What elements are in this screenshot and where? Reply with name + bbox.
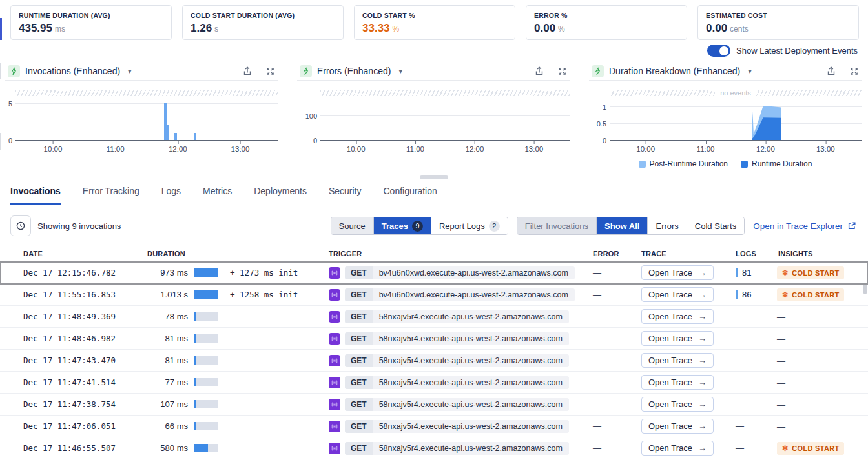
tab-configuration[interactable]: Configuration [383, 186, 437, 205]
invocation-date: Dec 17 11:47:41.514 [23, 377, 121, 387]
invocation-row[interactable]: Dec 17 12:15:46.782973 ms+ 1273 ms initG… [0, 262, 868, 284]
tab-security[interactable]: Security [329, 186, 362, 205]
toolbar-right-controls: SourceTraces9Report Logs2 Filter Invocat… [331, 217, 856, 235]
open-trace-button[interactable]: Open Trace→ [641, 441, 714, 456]
invocation-bar-11:56 [174, 133, 177, 140]
tab-invocations[interactable]: Invocations [10, 186, 61, 205]
chevron-down-icon[interactable]: ▾ [748, 67, 752, 75]
open-trace-button[interactable]: Open Trace→ [641, 397, 714, 412]
expand-icon [265, 66, 275, 76]
logs-count: 86 [742, 290, 751, 299]
x-axis-label-12-00: 12:00 [169, 145, 187, 153]
tab-metrics[interactable]: Metrics [203, 186, 232, 205]
trigger-endpoint-chip: GET58nxajv5r4.execute-api.us-west-2.amaz… [345, 310, 569, 323]
trigger-cell: GET58nxajv5r4.execute-api.us-west-2.amaz… [307, 354, 588, 367]
trace-cell: Open Trace→ [637, 265, 730, 280]
gridline-y-100 [320, 115, 570, 116]
duration-bar-fill [194, 356, 196, 365]
trigger-cell: GET58nxajv5r4.execute-api.us-west-2.amaz… [307, 442, 588, 455]
invocation-row[interactable]: Dec 17 11:47:38.754107 msGET58nxajv5r4.e… [0, 394, 868, 416]
chart-title-errors-enhanced[interactable]: Errors (Enhanced) [317, 66, 391, 76]
insights-cell: — [777, 399, 868, 410]
invocation-row[interactable]: Dec 17 11:47:41.51477 msGET58nxajv5r4.ex… [0, 372, 868, 394]
section-tabs: InvocationsError TrackingLogsMetricsDepl… [0, 186, 868, 205]
open-trace-button[interactable]: Open Trace→ [641, 309, 714, 324]
chart-plot-errors-enhanced[interactable]: 1000 [320, 86, 570, 141]
open-trace-button[interactable]: Open Trace→ [641, 419, 714, 434]
filter-toggle-label: Filter Invocations [525, 221, 588, 231]
source-toggle-traces[interactable]: Traces9 [373, 217, 431, 234]
chart-plot-invocations-enhanced[interactable]: 50 [16, 86, 278, 141]
chart-title-invocations-enhanced[interactable]: Invocations (Enhanced) [25, 66, 120, 76]
api-gateway-icon [329, 311, 340, 323]
chart-title-duration-breakdown-enhanced[interactable]: Duration Breakdown (Enhanced) [609, 66, 740, 76]
invocation-date: Dec 17 11:47:43.470 [23, 356, 121, 365]
invocation-count-status: Showing 9 invocations [10, 215, 121, 236]
y-axis-label-100: 100 [305, 112, 317, 120]
api-gateway-glyph [330, 268, 339, 277]
duration-bar-cell [188, 378, 219, 386]
logs-empty: — [736, 399, 744, 409]
deployment-events-band [320, 90, 570, 96]
open-trace-label: Open Trace [648, 377, 692, 387]
invocation-row[interactable]: Dec 17 11:47:43.47081 msGET58nxajv5r4.ex… [0, 350, 868, 372]
filter-toggle-cold-starts[interactable]: Cold Starts [687, 217, 744, 234]
filter-toggle-show-all[interactable]: Show All [596, 217, 647, 234]
chart-plot-duration-breakdown-enhanced[interactable]: no events10.50 [610, 86, 862, 141]
export-chart-icon[interactable] [534, 66, 544, 76]
invocation-bar-12:15 [194, 133, 196, 140]
open-trace-button[interactable]: Open Trace→ [641, 287, 714, 302]
snowflake-icon: ❄ [782, 268, 789, 277]
api-gateway-icon [329, 377, 340, 388]
source-toggle-report-logs[interactable]: Report Logs2 [431, 217, 508, 234]
panel-resize-handle[interactable] [420, 175, 448, 179]
column-header-logs: LOGS [730, 250, 777, 257]
table-body: Dec 17 12:15:46.782973 ms+ 1273 ms initG… [0, 262, 868, 459]
source-toggle-count-badge: 2 [489, 221, 500, 232]
api-gateway-icon [329, 333, 340, 345]
invocation-row[interactable]: Dec 17 11:48:49.36978 msGET58nxajv5r4.ex… [0, 306, 868, 328]
invocation-row[interactable]: Dec 17 11:46:55.507580 msGET58nxajv5r4.e… [0, 437, 868, 459]
expand-chart-icon[interactable] [849, 66, 859, 76]
external-link-icon [847, 221, 856, 230]
deployment-events-toggle[interactable] [707, 45, 730, 57]
open-trace-button[interactable]: Open Trace→ [641, 353, 714, 368]
tab-error-tracking[interactable]: Error Tracking [83, 186, 140, 205]
open-trace-button[interactable]: Open Trace→ [641, 265, 714, 280]
open-trace-button[interactable]: Open Trace→ [641, 331, 714, 346]
x-axis-label-13-00: 13:00 [816, 145, 835, 153]
duration-bar-cell [188, 400, 219, 408]
insights-cell: ❄COLD START [777, 266, 868, 279]
time-range-button[interactable] [10, 215, 31, 236]
lightning-bolt-icon [10, 67, 18, 75]
y-axis-label-1: 1 [603, 103, 606, 111]
duration-bar-cell [188, 290, 219, 299]
x-axis-label-11-00: 11:00 [697, 145, 715, 153]
invocation-row[interactable]: Dec 17 11:47:06.05166 msGET58nxajv5r4.ex… [0, 416, 868, 437]
trace-cell: Open Trace→ [637, 397, 730, 412]
invocation-date: Dec 17 11:48:49.369 [23, 312, 121, 321]
expand-chart-icon[interactable] [557, 66, 567, 76]
trigger-endpoint-chip: GET58nxajv5r4.execute-api.us-west-2.amaz… [345, 376, 569, 389]
metric-card-cold-start-duration-avg: COLD START DURATION (AVG)1.26s [182, 5, 344, 40]
error-cell: — [588, 421, 637, 431]
open-in-trace-explorer-link[interactable]: Open in Trace Explorer [753, 221, 856, 231]
trigger-endpoint-chip: GETbv4u6n0xwd.execute-api.us-west-2.amaz… [345, 288, 575, 301]
insights-cell: — [777, 421, 868, 432]
export-chart-icon[interactable] [242, 66, 253, 76]
export-chart-icon[interactable] [826, 66, 836, 76]
tab-logs[interactable]: Logs [161, 186, 181, 205]
invocation-row[interactable]: Dec 17 11:48:46.98281 msGET58nxajv5r4.ex… [0, 328, 868, 350]
expand-chart-icon[interactable] [265, 66, 275, 76]
y-axis-label-0: 0 [8, 137, 12, 145]
open-trace-button[interactable]: Open Trace→ [641, 375, 714, 390]
http-method: GET [345, 420, 373, 433]
tab-deployments[interactable]: Deployments [254, 186, 307, 205]
chart-header-duration-breakdown-enhanced: Duration Breakdown (Enhanced)▾ [589, 62, 862, 81]
filter-toggle-errors[interactable]: Errors [647, 217, 686, 234]
chevron-down-icon[interactable]: ▾ [398, 67, 402, 75]
source-toggle-source[interactable]: Source [331, 217, 373, 234]
invocation-row[interactable]: Dec 17 11:55:16.8531.013 s+ 1258 ms init… [0, 284, 868, 306]
trigger-cell: GET58nxajv5r4.execute-api.us-west-2.amaz… [307, 398, 588, 411]
chevron-down-icon[interactable]: ▾ [128, 67, 132, 75]
